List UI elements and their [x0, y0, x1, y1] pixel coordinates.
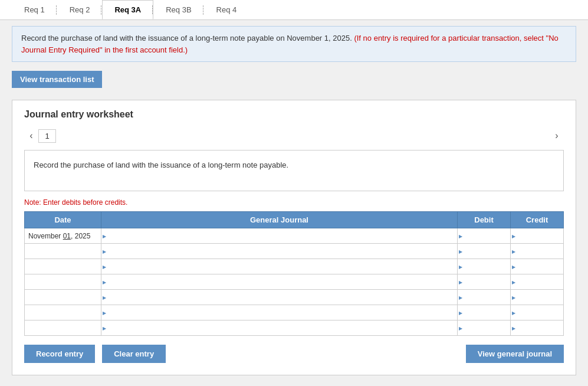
debit-input-5[interactable] [458, 290, 510, 305]
view-transaction-button[interactable]: View transaction list [12, 71, 102, 88]
debit-input-2[interactable] [458, 244, 510, 259]
journal-cell-6[interactable] [101, 305, 458, 320]
journal-input-5[interactable] [101, 290, 457, 305]
journal-input-6[interactable] [101, 305, 457, 320]
debit-input-3[interactable] [458, 259, 510, 274]
credit-cell-6[interactable] [511, 305, 564, 320]
credit-cell-7[interactable] [511, 320, 564, 336]
col-header-journal: General Journal [101, 212, 458, 228]
journal-input-2[interactable] [101, 244, 457, 259]
tab-req3b[interactable]: Req 3B [153, 0, 203, 19]
date-cell-1: November 01, 2025 [25, 228, 101, 244]
tabs-bar: Req 1 Req 2 Req 3A Req 3B Req 4 [0, 0, 588, 20]
credit-cell-2[interactable] [511, 244, 564, 259]
journal-cell-3[interactable] [101, 259, 458, 274]
col-header-credit: Credit [511, 212, 564, 228]
tab-req1[interactable]: Req 1 [12, 0, 57, 19]
credit-input-2[interactable] [511, 244, 563, 259]
page-number: 1 [38, 129, 56, 143]
debit-cell-3[interactable] [458, 259, 511, 274]
instruction-main: Record the purchase of land with the iss… [21, 34, 352, 42]
credit-cell-4[interactable] [511, 274, 564, 290]
credit-cell-1[interactable] [511, 228, 564, 244]
tab-req2[interactable]: Req 2 [57, 0, 103, 19]
debit-input-4[interactable] [458, 274, 510, 289]
clear-entry-button[interactable]: Clear entry [102, 345, 166, 363]
col-header-date: Date [25, 212, 101, 228]
date-cell-2 [25, 244, 101, 259]
table-row [25, 244, 564, 259]
tab-req3a[interactable]: Req 3A [102, 0, 153, 19]
credit-cell-5[interactable] [511, 290, 564, 305]
journal-input-3[interactable] [101, 259, 457, 274]
view-general-journal-button[interactable]: View general journal [466, 345, 564, 363]
journal-table: Date General Journal Debit Credit Novemb… [24, 211, 564, 336]
debit-cell-1[interactable] [458, 228, 511, 244]
action-buttons: Record entry Clear entry View general jo… [24, 345, 564, 363]
journal-cell-7[interactable] [101, 320, 458, 336]
debit-cell-6[interactable] [458, 305, 511, 320]
worksheet-title: Journal entry worksheet [24, 109, 564, 120]
table-row [25, 320, 564, 336]
table-row [25, 259, 564, 274]
instruction-banner: Record the purchase of land with the iss… [12, 26, 576, 62]
credit-input-5[interactable] [511, 290, 563, 305]
journal-cell-5[interactable] [101, 290, 458, 305]
date-cell-6 [25, 305, 101, 320]
debit-cell-5[interactable] [458, 290, 511, 305]
description-box: Record the purchase of land with the iss… [24, 150, 564, 191]
date-cell-7 [25, 320, 101, 336]
debit-input-6[interactable] [458, 305, 510, 320]
date-value-1: November 01, 2025 [28, 232, 90, 240]
credit-input-1[interactable] [511, 228, 563, 243]
note-text: Note: Enter debits before credits. [24, 198, 564, 207]
page-prev-button[interactable]: ‹ [24, 129, 38, 143]
date-cell-5 [25, 290, 101, 305]
worksheet-container: Journal entry worksheet ‹ 1 › Record the… [12, 100, 576, 375]
record-entry-button[interactable]: Record entry [24, 345, 95, 363]
journal-input-1[interactable] [101, 228, 457, 243]
debit-input-1[interactable] [458, 228, 510, 243]
journal-cell-2[interactable] [101, 244, 458, 259]
table-row [25, 274, 564, 290]
credit-input-4[interactable] [511, 274, 563, 289]
credit-input-3[interactable] [511, 259, 563, 274]
journal-input-4[interactable] [101, 274, 457, 289]
table-row [25, 290, 564, 305]
page-next-button[interactable]: › [550, 129, 564, 143]
credit-cell-3[interactable] [511, 259, 564, 274]
date-cell-3 [25, 259, 101, 274]
col-header-debit: Debit [458, 212, 511, 228]
journal-cell-4[interactable] [101, 274, 458, 290]
credit-input-6[interactable] [511, 305, 563, 320]
debit-cell-7[interactable] [458, 320, 511, 336]
table-row: November 01, 2025 [25, 228, 564, 244]
journal-cell-1[interactable] [101, 228, 458, 244]
debit-cell-2[interactable] [458, 244, 511, 259]
debit-input-7[interactable] [458, 320, 510, 335]
tab-req4[interactable]: Req 4 [204, 0, 249, 19]
description-text: Record the purchase of land with the iss… [34, 161, 288, 169]
page-navigation: ‹ 1 › [24, 129, 564, 143]
debit-cell-4[interactable] [458, 274, 511, 290]
credit-input-7[interactable] [511, 320, 563, 335]
table-row [25, 305, 564, 320]
date-cell-4 [25, 274, 101, 290]
journal-input-7[interactable] [101, 320, 457, 335]
